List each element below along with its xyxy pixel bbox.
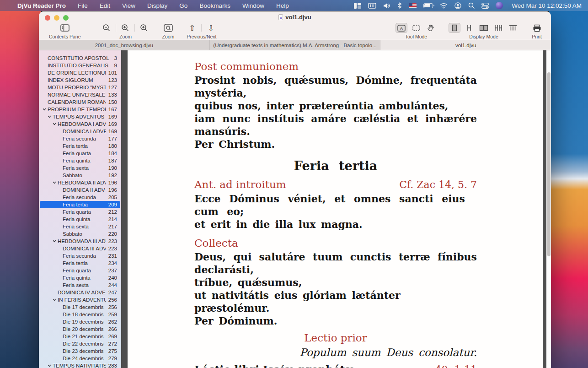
sidebar-item-dominica-iv-adven[interactable]: DOMINICA IV ADVEN247 — [40, 289, 120, 296]
sidebar-item-sabbato[interactable]: Sabbato192 — [40, 172, 120, 179]
chevron-down-icon[interactable] — [53, 122, 57, 126]
purple-app-icon[interactable] — [496, 1, 503, 10]
sidebar-item-feria-secunda[interactable]: Feria secunda177 — [40, 135, 120, 142]
sidebar-item-calendarium-romanu[interactable]: CALENDARIUM ROMANU150 — [40, 98, 120, 106]
tool-mode-group: A Tool Mode — [396, 22, 437, 39]
bluetooth-icon[interactable] — [397, 1, 402, 10]
sidebar-item-proprium-de-tempore[interactable]: PROPRIUM DE TEMPORE167 — [40, 106, 120, 113]
sidebar-item-tempus-nativitatis[interactable]: TEMPUS NATIVITATIS283 — [40, 362, 120, 368]
menu-bar-status-area: Wed Mar 10 12:02:50 AM — [354, 1, 588, 10]
sidebar-item-feria-tertia[interactable]: Feria tertia234 — [40, 260, 120, 267]
chevron-down-icon[interactable] — [53, 181, 57, 185]
continuous-page-button[interactable] — [463, 23, 475, 33]
scrollbar-track[interactable] — [546, 50, 551, 368]
menu-edit[interactable]: Edit — [100, 2, 110, 9]
tab-2001-doc-browsing-djvu[interactable]: 2001_doc_browsing.djvu — [39, 40, 210, 50]
tab-vol1-djvu[interactable]: vol1.djvu — [380, 40, 551, 50]
sidebar-item-die-24-decembris[interactable]: Die 24 decembris279 — [40, 355, 120, 362]
scrollbar-thumb[interactable] — [547, 72, 551, 256]
sidebar-item-feria-sexta[interactable]: Feria sexta217 — [40, 223, 120, 230]
chevron-down-icon[interactable] — [53, 298, 57, 302]
contents-pane-button[interactable] — [59, 23, 71, 33]
sidebar-item-normae-universales[interactable]: NORMAE UNIVERSALES133 — [40, 91, 120, 98]
chevron-down-icon[interactable] — [48, 364, 52, 368]
sidebar-item-page-number: 184 — [108, 151, 117, 156]
sidebar-item-tempus-adventus[interactable]: TEMPUS ADVENTUS169 — [40, 113, 120, 120]
chevron-down-icon[interactable] — [43, 108, 47, 112]
sidebar-item-die-20-decembris[interactable]: Die 20 decembris266 — [40, 325, 120, 333]
sidebar-item-dominica-ii-adv[interactable]: DOMINICA II ADV196 — [40, 186, 120, 194]
battery-icon[interactable] — [423, 1, 433, 10]
menu-file[interactable]: File — [78, 2, 88, 9]
sidebar-item-feria-quinta[interactable]: Feria quinta240 — [40, 274, 120, 281]
chevron-down-icon[interactable] — [53, 239, 57, 244]
sidebar-item-feria-quinta[interactable]: Feria quinta214 — [40, 216, 120, 223]
us-flag-icon[interactable] — [409, 1, 417, 10]
sidebar-item-feria-secunda[interactable]: Feria secunda231 — [40, 252, 120, 260]
sidebar-item-feria-quarta[interactable]: Feria quarta212 — [40, 208, 120, 216]
menu-display[interactable]: Display — [147, 2, 167, 9]
menu-bookmarks[interactable]: Bookmarks — [199, 2, 230, 9]
wifi-icon[interactable] — [440, 1, 448, 10]
sidebar-item-die-23-decembris[interactable]: Die 23 decembris275 — [40, 347, 120, 355]
menu-view[interactable]: View — [122, 2, 135, 9]
menu-window[interactable]: Window — [242, 2, 264, 9]
zoom-group: Zoom — [101, 22, 150, 39]
marquee-zoom-button[interactable] — [162, 23, 174, 33]
sidebar-item-motu-proprio-myste[interactable]: MOTU PROPRIO "MYSTE127 — [40, 84, 120, 91]
tiles-icon[interactable] — [354, 1, 361, 10]
sidebar-item-feria-sexta[interactable]: Feria sexta244 — [40, 281, 120, 289]
keyboard-icon[interactable] — [368, 1, 376, 10]
sidebar-item-feria-quinta[interactable]: Feria quinta187 — [40, 157, 120, 164]
menu-bar-clock[interactable]: Wed Mar 10 12:02:50 AM — [512, 2, 582, 9]
sidebar-item-constitutio-apostol[interactable]: CONSTITUTIO APOSTOL3 — [40, 54, 120, 62]
sidebar-item-feria-quarta[interactable]: Feria quarta237 — [40, 267, 120, 274]
facing-pages-button[interactable] — [478, 23, 490, 33]
chevron-down-icon[interactable] — [48, 115, 52, 119]
sidebar-item-feria-sexta[interactable]: Feria sexta190 — [40, 164, 120, 172]
menu-go[interactable]: Go — [179, 2, 187, 9]
previous-page-button[interactable]: ⇧ — [186, 23, 198, 33]
text-select-tool-button[interactable]: A — [396, 23, 407, 33]
sidebar-item-feria-tertia[interactable]: Feria tertia180 — [40, 142, 120, 150]
sidebar-item-hebdomada-iii-adv[interactable]: HEBDOMADA III ADV223 — [40, 238, 120, 245]
zoom-fit-button[interactable] — [138, 23, 150, 33]
app-menu-name[interactable]: DjVu Reader Pro — [17, 2, 66, 9]
side-by-side-continuous-button[interactable] — [507, 23, 519, 33]
tab-undergraduate-texts-in-mathematics-m-a-a[interactable]: (Undergraduate texts in mathematics) M.A… — [210, 40, 381, 50]
volume-icon[interactable] — [383, 1, 390, 10]
sidebar-item-die-19-decembris[interactable]: Die 19 decembris262 — [40, 318, 120, 325]
sidebar-item-de-ordine-lectionum[interactable]: DE ORDINE LECTIONUM101 — [40, 69, 120, 76]
sidebar-item-dominica-iii-adv[interactable]: DOMINICA III ADV223 — [40, 245, 120, 252]
menu-help[interactable]: Help — [276, 2, 289, 9]
sidebar-item-feria-secunda[interactable]: Feria secunda205 — [40, 194, 120, 201]
sidebar-item-institutio-generalis[interactable]: INSTITUTIO GENERALIS9 — [40, 62, 120, 69]
sidebar-item-index-siglorum[interactable]: INDEX SIGLORUM123 — [40, 76, 120, 84]
sidebar-item-die-21-decembris[interactable]: Die 21 decembris269 — [40, 333, 120, 340]
sidebar-item-page-number: 247 — [108, 290, 117, 295]
zoom-in-button[interactable] — [119, 23, 131, 33]
search-icon[interactable] — [468, 1, 475, 10]
sidebar-item-die-17-decembris[interactable]: Die 17 decembris256 — [40, 303, 120, 311]
sidebar-item-hebdomada-i-advi[interactable]: HEBDOMADA I ADVI169 — [40, 120, 120, 128]
account-icon[interactable] — [454, 1, 461, 10]
control-center-icon[interactable] — [481, 1, 489, 10]
sidebar-item-page-number: 3 — [114, 55, 117, 61]
print-button[interactable] — [531, 23, 543, 33]
zoom-in-icon — [121, 24, 129, 32]
zoom-out-button[interactable] — [101, 23, 112, 33]
single-page-button[interactable] — [449, 23, 460, 33]
sidebar-item-feria-tertia[interactable]: Feria tertia209 — [40, 201, 120, 208]
sidebar-item-label: Feria quinta — [40, 216, 106, 222]
hand-tool-button[interactable] — [425, 23, 437, 33]
sidebar-item-hebdomada-ii-adv[interactable]: HEBDOMADA II ADV196 — [40, 179, 120, 186]
sidebar-item-in-feriis-adventu[interactable]: IN FERIIS ADVENTU256 — [40, 296, 120, 303]
sidebar-item-feria-quarta[interactable]: Feria quarta184 — [40, 150, 120, 157]
sidebar-item-dominica-i-adve[interactable]: DOMINICA I ADVE169 — [40, 128, 120, 135]
sidebar-item-die-22-decembris[interactable]: Die 22 decembris272 — [40, 340, 120, 347]
sidebar-item-die-18-decembris[interactable]: Die 18 decembris259 — [40, 311, 120, 318]
sidebar-item-sabbato[interactable]: Sabbato220 — [40, 230, 120, 238]
facing-continuous-button[interactable] — [492, 23, 504, 33]
marquee-select-tool-button[interactable] — [410, 23, 422, 33]
next-page-button[interactable]: ⇩ — [205, 23, 217, 33]
